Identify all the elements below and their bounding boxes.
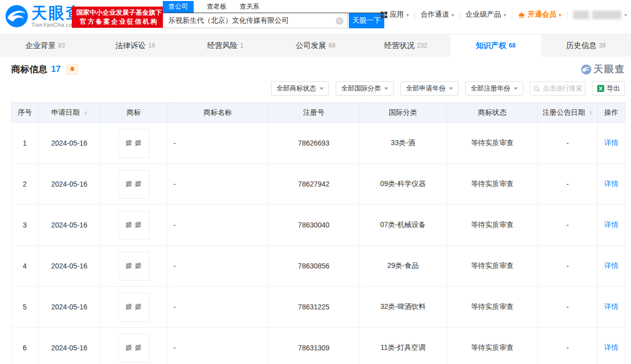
cell-action: 详情 — [598, 205, 625, 246]
divider — [415, 11, 415, 19]
table-row: 4 2024-05-16 嫒 嫒 - 78630856 29类-食品 等待实质审… — [12, 246, 625, 287]
cell-status: 等待实质审查 — [447, 287, 538, 328]
tab-label: 企业背景 — [25, 41, 56, 51]
apps-grid-icon — [381, 12, 387, 18]
col-header-apply-date[interactable]: 申请日期 ▲▼ — [38, 103, 101, 123]
detail-link[interactable]: 详情 — [604, 220, 618, 229]
cell-index: 3 — [12, 205, 38, 246]
filter-register-year[interactable]: 全部注册年份 — [465, 81, 523, 96]
search-tabs: 查公司 查老板 查关系 — [163, 1, 384, 13]
trademark-table-body: 1 2024-05-16 嫒 嫒 - 78626693 33类-酒 等待实质审查… — [12, 123, 625, 364]
detail-link[interactable]: 详情 — [604, 261, 618, 269]
filter-apply-year[interactable]: 全部申请年份 — [400, 81, 459, 96]
trademark-image[interactable]: 嫒 嫒 — [118, 334, 150, 362]
tab-history-info[interactable]: 历史信息 39 — [541, 34, 631, 57]
cell-mark: 嫒 嫒 — [101, 123, 167, 164]
cell-index: 4 — [12, 246, 38, 287]
detail-link[interactable]: 详情 — [604, 302, 618, 310]
table-row: 5 2024-05-16 嫒 嫒 - 78631225 32类-啤酒饮料 等待实… — [12, 287, 625, 328]
trademark-image[interactable]: 嫒 嫒 — [118, 129, 150, 158]
chevron-down-icon: ▾ — [624, 12, 627, 18]
cell-intl-class: 29类-食品 — [359, 246, 447, 287]
tab-company-development[interactable]: 公司发展 68 — [271, 34, 360, 57]
tab-operating-status[interactable]: 经营状况 232 — [360, 34, 450, 57]
badge-line1: 国家中小企业发展子基金旗下 — [76, 8, 162, 17]
col-header-label: 注册公告日期 — [543, 108, 585, 116]
trademark-section-header: 商标信息 17 天眼查 — [0, 62, 631, 77]
menu-apps[interactable]: 应用 ▾ — [381, 10, 409, 19]
trademark-image[interactable]: 嫒 嫒 — [118, 252, 150, 281]
detail-link[interactable]: 详情 — [604, 343, 618, 351]
tianyancha-logo-icon — [5, 5, 28, 28]
table-row: 1 2024-05-16 嫒 嫒 - 78626693 33类-酒 等待实质审查… — [12, 123, 625, 164]
menu-partner-label: 合作通道 — [421, 10, 449, 19]
tianyancha-logo[interactable]: 天眼查 TianYanCha.com — [5, 5, 83, 28]
cell-reg-no: 78631309 — [268, 328, 359, 364]
col-header-status: 商标状态 — [447, 103, 538, 123]
cell-mark-name: - — [167, 246, 268, 287]
cell-apply-date: 2024-05-16 — [38, 328, 101, 364]
sort-icon: ▲▼ — [589, 110, 593, 115]
watermark-logo: 天眼查 — [581, 63, 625, 76]
cell-reg-no: 78627942 — [268, 164, 359, 205]
user-account-blurred[interactable]: ▾ — [573, 11, 627, 19]
cell-mark: 嫒 嫒 — [101, 205, 167, 246]
menu-enterprise-products[interactable]: 企业级产品 ▾ — [466, 10, 506, 19]
cell-mark-name: - — [167, 287, 268, 328]
cell-apply-date: 2024-05-16 — [38, 205, 101, 246]
cell-mark: 嫒 嫒 — [101, 328, 167, 364]
table-search-button[interactable]: 点击进行搜索 — [530, 81, 585, 96]
filter-trademark-status[interactable]: 全部商标状态 — [271, 81, 329, 96]
menu-partner-channel[interactable]: 合作通道 ▾ — [421, 10, 454, 19]
search-tab-relation[interactable]: 查关系 — [240, 1, 259, 13]
dropdown-label: 全部国际分类 — [341, 84, 381, 93]
tab-label: 法律诉讼 — [115, 41, 146, 51]
clear-icon[interactable]: × — [336, 17, 343, 25]
export-button[interactable]: 导出 — [592, 81, 625, 96]
table-row: 3 2024-05-16 嫒 嫒 - 78630040 07类-机械设备 等待实… — [12, 205, 625, 246]
cell-reg-no: 78630856 — [268, 246, 359, 287]
chevron-down-icon — [384, 87, 388, 90]
cell-index: 1 — [12, 123, 38, 164]
tab-label: 经营风险 — [207, 41, 238, 51]
tab-legal-proceedings[interactable]: 法律诉讼 19 — [90, 34, 180, 57]
search-button[interactable]: 天眼一下 — [349, 13, 384, 28]
trademark-image[interactable]: 嫒 嫒 — [118, 170, 150, 199]
chevron-down-icon: ▾ — [452, 12, 454, 18]
cell-mark-name: - — [167, 328, 268, 364]
blurred-username — [592, 11, 621, 19]
trademark-image[interactable]: 嫒 嫒 — [118, 211, 150, 240]
cell-action: 详情 — [598, 164, 625, 205]
tab-intellectual-property[interactable]: 知识产权 68 — [450, 34, 540, 57]
divider — [512, 11, 512, 19]
cell-reg-no: 78630040 — [268, 205, 359, 246]
detail-link[interactable]: 详情 — [604, 179, 618, 188]
bell-icon[interactable] — [66, 64, 78, 75]
tab-enterprise-background[interactable]: 企业背景 83 — [0, 34, 90, 57]
search-input[interactable] — [163, 13, 348, 28]
tab-count: 232 — [417, 42, 427, 49]
detail-link[interactable]: 详情 — [604, 139, 618, 147]
page: 天眼查 TianYanCha.com 国家中小企业发展子基金旗下 官方备案企业征… — [0, 0, 631, 364]
chevron-down-icon — [320, 87, 324, 90]
cell-reg-no: 78626693 — [268, 123, 359, 164]
top-header: 天眼查 TianYanCha.com 国家中小企业发展子基金旗下 官方备案企业征… — [0, 0, 631, 34]
trademark-image[interactable]: 嫒 嫒 — [118, 293, 150, 322]
cell-intl-class: 33类-酒 — [359, 123, 447, 164]
tab-operational-risk[interactable]: 经营风险 1 — [181, 34, 271, 57]
watermark-brand-text: 天眼查 — [594, 63, 625, 76]
filter-intl-class[interactable]: 全部国际分类 — [336, 81, 394, 96]
col-header-intl-class: 国际分类 — [359, 103, 447, 123]
cell-status: 等待实质审查 — [447, 205, 538, 246]
col-header-reg-no: 注册号 — [268, 103, 359, 123]
search-tab-boss[interactable]: 查老板 — [207, 1, 227, 13]
cell-status: 等待实质审查 — [447, 164, 538, 205]
chevron-down-icon — [449, 87, 453, 90]
search-tab-company[interactable]: 查公司 — [163, 1, 194, 13]
col-header-pub-date[interactable]: 注册公告日期 ▲▼ — [538, 103, 598, 123]
watermark-logo-icon — [581, 64, 592, 75]
menu-open-membership[interactable]: 开通会员 ▾ — [518, 10, 561, 19]
cell-reg-no: 78631225 — [268, 287, 359, 328]
cell-pub-date: - — [538, 328, 598, 364]
cell-status: 等待实质审查 — [447, 123, 538, 164]
